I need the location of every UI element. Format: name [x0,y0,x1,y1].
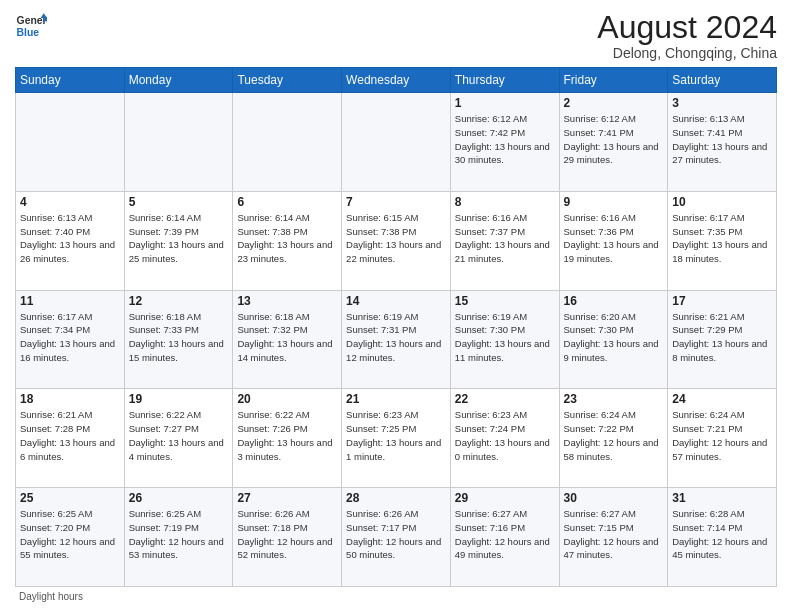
header: General Blue August 2024 Delong, Chongqi… [15,10,777,61]
calendar-cell: 29Sunrise: 6:27 AM Sunset: 7:16 PM Dayli… [450,488,559,587]
day-number: 5 [129,195,229,209]
day-info: Sunrise: 6:15 AM Sunset: 7:38 PM Dayligh… [346,211,446,266]
day-number: 2 [564,96,664,110]
svg-text:Blue: Blue [17,27,40,38]
calendar-cell: 30Sunrise: 6:27 AM Sunset: 7:15 PM Dayli… [559,488,668,587]
day-of-week-header: Friday [559,68,668,93]
calendar-cell: 12Sunrise: 6:18 AM Sunset: 7:33 PM Dayli… [124,290,233,389]
day-info: Sunrise: 6:14 AM Sunset: 7:38 PM Dayligh… [237,211,337,266]
day-number: 27 [237,491,337,505]
day-number: 8 [455,195,555,209]
day-info: Sunrise: 6:27 AM Sunset: 7:15 PM Dayligh… [564,507,664,562]
day-number: 12 [129,294,229,308]
day-number: 9 [564,195,664,209]
day-number: 3 [672,96,772,110]
day-number: 7 [346,195,446,209]
day-of-week-header: Saturday [668,68,777,93]
calendar-cell: 9Sunrise: 6:16 AM Sunset: 7:36 PM Daylig… [559,191,668,290]
calendar-cell: 14Sunrise: 6:19 AM Sunset: 7:31 PM Dayli… [342,290,451,389]
calendar-week-row: 1Sunrise: 6:12 AM Sunset: 7:42 PM Daylig… [16,93,777,192]
subtitle: Delong, Chongqing, China [597,45,777,61]
day-info: Sunrise: 6:18 AM Sunset: 7:33 PM Dayligh… [129,310,229,365]
header-row: SundayMondayTuesdayWednesdayThursdayFrid… [16,68,777,93]
day-info: Sunrise: 6:19 AM Sunset: 7:30 PM Dayligh… [455,310,555,365]
calendar-week-row: 18Sunrise: 6:21 AM Sunset: 7:28 PM Dayli… [16,389,777,488]
calendar-cell: 16Sunrise: 6:20 AM Sunset: 7:30 PM Dayli… [559,290,668,389]
day-info: Sunrise: 6:17 AM Sunset: 7:34 PM Dayligh… [20,310,120,365]
calendar-cell [342,93,451,192]
day-info: Sunrise: 6:20 AM Sunset: 7:30 PM Dayligh… [564,310,664,365]
day-info: Sunrise: 6:16 AM Sunset: 7:36 PM Dayligh… [564,211,664,266]
day-info: Sunrise: 6:25 AM Sunset: 7:19 PM Dayligh… [129,507,229,562]
calendar-cell: 13Sunrise: 6:18 AM Sunset: 7:32 PM Dayli… [233,290,342,389]
calendar-cell: 22Sunrise: 6:23 AM Sunset: 7:24 PM Dayli… [450,389,559,488]
calendar-cell: 31Sunrise: 6:28 AM Sunset: 7:14 PM Dayli… [668,488,777,587]
calendar-cell [16,93,125,192]
calendar-cell [233,93,342,192]
day-info: Sunrise: 6:16 AM Sunset: 7:37 PM Dayligh… [455,211,555,266]
day-info: Sunrise: 6:14 AM Sunset: 7:39 PM Dayligh… [129,211,229,266]
calendar-cell: 1Sunrise: 6:12 AM Sunset: 7:42 PM Daylig… [450,93,559,192]
day-info: Sunrise: 6:22 AM Sunset: 7:27 PM Dayligh… [129,408,229,463]
day-info: Sunrise: 6:26 AM Sunset: 7:17 PM Dayligh… [346,507,446,562]
day-number: 23 [564,392,664,406]
day-info: Sunrise: 6:17 AM Sunset: 7:35 PM Dayligh… [672,211,772,266]
title-block: August 2024 Delong, Chongqing, China [597,10,777,61]
day-info: Sunrise: 6:24 AM Sunset: 7:22 PM Dayligh… [564,408,664,463]
calendar-cell: 4Sunrise: 6:13 AM Sunset: 7:40 PM Daylig… [16,191,125,290]
calendar-cell: 28Sunrise: 6:26 AM Sunset: 7:17 PM Dayli… [342,488,451,587]
day-number: 21 [346,392,446,406]
day-info: Sunrise: 6:25 AM Sunset: 7:20 PM Dayligh… [20,507,120,562]
day-of-week-header: Monday [124,68,233,93]
footer-note: Daylight hours [15,591,777,602]
calendar-week-row: 4Sunrise: 6:13 AM Sunset: 7:40 PM Daylig… [16,191,777,290]
day-info: Sunrise: 6:26 AM Sunset: 7:18 PM Dayligh… [237,507,337,562]
day-info: Sunrise: 6:13 AM Sunset: 7:41 PM Dayligh… [672,112,772,167]
calendar-body: 1Sunrise: 6:12 AM Sunset: 7:42 PM Daylig… [16,93,777,587]
day-info: Sunrise: 6:13 AM Sunset: 7:40 PM Dayligh… [20,211,120,266]
day-number: 4 [20,195,120,209]
calendar-header: SundayMondayTuesdayWednesdayThursdayFrid… [16,68,777,93]
day-number: 30 [564,491,664,505]
day-number: 15 [455,294,555,308]
day-info: Sunrise: 6:28 AM Sunset: 7:14 PM Dayligh… [672,507,772,562]
calendar-cell: 15Sunrise: 6:19 AM Sunset: 7:30 PM Dayli… [450,290,559,389]
day-number: 17 [672,294,772,308]
day-number: 31 [672,491,772,505]
calendar-cell: 2Sunrise: 6:12 AM Sunset: 7:41 PM Daylig… [559,93,668,192]
day-info: Sunrise: 6:18 AM Sunset: 7:32 PM Dayligh… [237,310,337,365]
day-info: Sunrise: 6:12 AM Sunset: 7:42 PM Dayligh… [455,112,555,167]
day-info: Sunrise: 6:21 AM Sunset: 7:28 PM Dayligh… [20,408,120,463]
day-number: 13 [237,294,337,308]
calendar-cell: 6Sunrise: 6:14 AM Sunset: 7:38 PM Daylig… [233,191,342,290]
logo: General Blue [15,10,47,42]
day-number: 24 [672,392,772,406]
day-number: 29 [455,491,555,505]
day-info: Sunrise: 6:21 AM Sunset: 7:29 PM Dayligh… [672,310,772,365]
day-number: 20 [237,392,337,406]
calendar-cell: 3Sunrise: 6:13 AM Sunset: 7:41 PM Daylig… [668,93,777,192]
main-title: August 2024 [597,10,777,45]
logo-icon: General Blue [15,10,47,42]
calendar-cell: 25Sunrise: 6:25 AM Sunset: 7:20 PM Dayli… [16,488,125,587]
day-info: Sunrise: 6:27 AM Sunset: 7:16 PM Dayligh… [455,507,555,562]
calendar-cell: 7Sunrise: 6:15 AM Sunset: 7:38 PM Daylig… [342,191,451,290]
day-info: Sunrise: 6:19 AM Sunset: 7:31 PM Dayligh… [346,310,446,365]
day-number: 19 [129,392,229,406]
calendar-cell: 10Sunrise: 6:17 AM Sunset: 7:35 PM Dayli… [668,191,777,290]
calendar-cell: 8Sunrise: 6:16 AM Sunset: 7:37 PM Daylig… [450,191,559,290]
page: General Blue August 2024 Delong, Chongqi… [0,0,792,612]
day-of-week-header: Sunday [16,68,125,93]
calendar-cell: 20Sunrise: 6:22 AM Sunset: 7:26 PM Dayli… [233,389,342,488]
day-number: 6 [237,195,337,209]
calendar-week-row: 11Sunrise: 6:17 AM Sunset: 7:34 PM Dayli… [16,290,777,389]
calendar-cell: 17Sunrise: 6:21 AM Sunset: 7:29 PM Dayli… [668,290,777,389]
day-number: 14 [346,294,446,308]
day-number: 1 [455,96,555,110]
day-number: 11 [20,294,120,308]
calendar-cell: 11Sunrise: 6:17 AM Sunset: 7:34 PM Dayli… [16,290,125,389]
day-info: Sunrise: 6:24 AM Sunset: 7:21 PM Dayligh… [672,408,772,463]
day-number: 25 [20,491,120,505]
calendar-cell [124,93,233,192]
calendar-cell: 26Sunrise: 6:25 AM Sunset: 7:19 PM Dayli… [124,488,233,587]
